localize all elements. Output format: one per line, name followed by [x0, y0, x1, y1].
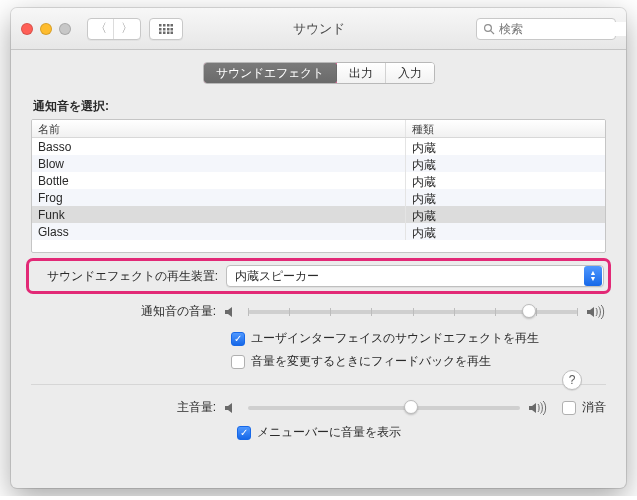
sound-preferences-window: 〈 〉 サウンド サウンドエフェクト 出力 入力 通知音を選択: 名前 種類	[11, 8, 626, 488]
minimize-window-button[interactable]	[40, 23, 52, 35]
speaker-low-icon	[224, 305, 240, 319]
play-device-value: 内蔵スピーカー	[235, 268, 583, 285]
table-row[interactable]: Bottle内蔵	[32, 172, 605, 189]
menu-bar-volume-label: メニューバーに音量を表示	[257, 424, 401, 441]
close-window-button[interactable]	[21, 23, 33, 35]
table-body: Basso内蔵Blow内蔵Bottle内蔵Frog内蔵Funk内蔵Glass内蔵	[32, 138, 605, 240]
cell-kind: 内蔵	[405, 189, 605, 206]
alert-sound-label: 通知音を選択:	[33, 98, 606, 115]
play-device-select[interactable]: 内蔵スピーカー ▲▼	[226, 265, 604, 287]
table-row[interactable]: Funk内蔵	[32, 206, 605, 223]
cell-kind: 内蔵	[405, 155, 605, 172]
main-volume-knob[interactable]	[404, 400, 418, 414]
cell-kind: 内蔵	[405, 206, 605, 223]
main-volume-label: 主音量:	[31, 399, 216, 416]
speaker-low-icon	[224, 401, 240, 415]
titlebar: 〈 〉 サウンド	[11, 8, 626, 50]
svg-rect-10	[159, 31, 162, 34]
main-volume-track[interactable]	[248, 406, 520, 410]
svg-rect-9	[171, 28, 174, 31]
speaker-high-icon	[586, 305, 606, 319]
tab-input[interactable]: 入力	[386, 63, 434, 83]
cell-name: Bottle	[32, 172, 405, 189]
mute-label: 消音	[582, 399, 606, 416]
show-all-button[interactable]	[149, 18, 183, 40]
svg-rect-0	[159, 24, 162, 27]
speaker-high-icon	[528, 401, 548, 415]
volume-feedback-checkbox[interactable]: 音量を変更するときにフィードバックを再生	[231, 353, 606, 370]
column-name[interactable]: 名前	[32, 120, 405, 137]
mute-checkbox[interactable]: 消音	[562, 399, 606, 416]
tab-output[interactable]: 出力	[337, 63, 386, 83]
cell-name: Glass	[32, 223, 405, 240]
ui-sounds-label: ユーザインターフェイスのサウンドエフェクトを再生	[251, 330, 539, 347]
checkbox-icon	[562, 401, 576, 415]
svg-rect-6	[167, 28, 170, 31]
svg-point-14	[485, 24, 492, 31]
svg-rect-4	[159, 28, 162, 31]
table-row[interactable]: Basso内蔵	[32, 138, 605, 155]
help-icon: ?	[569, 373, 576, 387]
segmented-control: サウンドエフェクト 出力 入力	[203, 62, 435, 84]
ui-sounds-checkbox[interactable]: ✓ ユーザインターフェイスのサウンドエフェクトを再生	[231, 330, 606, 347]
window-controls	[21, 23, 71, 35]
volume-feedback-label: 音量を変更するときにフィードバックを再生	[251, 353, 491, 370]
svg-rect-5	[163, 28, 166, 31]
alert-volume-track[interactable]	[248, 310, 578, 314]
table-header: 名前 種類	[32, 120, 605, 138]
checkbox-icon: ✓	[231, 332, 245, 346]
zoom-window-button[interactable]	[59, 23, 71, 35]
device-label: サウンドエフェクトの再生装置:	[33, 268, 218, 285]
tab-sound-effects[interactable]: サウンドエフェクト	[204, 63, 337, 83]
search-input[interactable]	[499, 22, 626, 36]
alert-volume-slider[interactable]	[224, 305, 606, 319]
help-button[interactable]: ?	[562, 370, 582, 390]
alert-volume-label: 通知音の音量:	[31, 303, 216, 320]
content-area: サウンドエフェクト 出力 入力 通知音を選択: 名前 種類 Basso内蔵Blo…	[11, 50, 626, 488]
cell-kind: 内蔵	[405, 172, 605, 189]
table-row[interactable]: Glass内蔵	[32, 223, 605, 240]
chevron-left-icon: 〈	[95, 20, 107, 37]
search-field[interactable]	[476, 18, 616, 40]
tab-bar: サウンドエフェクト 出力 入力	[31, 62, 606, 84]
column-kind[interactable]: 種類	[405, 120, 605, 137]
svg-rect-11	[163, 31, 166, 34]
svg-rect-12	[167, 31, 170, 34]
main-volume-slider[interactable]	[224, 401, 548, 415]
table-row[interactable]: Frog内蔵	[32, 189, 605, 206]
svg-line-15	[491, 30, 494, 33]
svg-rect-13	[171, 31, 174, 34]
svg-rect-1	[163, 24, 166, 27]
menu-bar-volume-checkbox[interactable]: ✓ メニューバーに音量を表示	[237, 424, 401, 441]
cell-name: Blow	[32, 155, 405, 172]
svg-rect-2	[167, 24, 170, 27]
checkbox-icon	[231, 355, 245, 369]
checkbox-icon: ✓	[237, 426, 251, 440]
cell-kind: 内蔵	[405, 138, 605, 155]
forward-button[interactable]: 〉	[114, 19, 140, 39]
search-icon	[483, 23, 495, 35]
divider	[31, 384, 606, 385]
svg-rect-8	[171, 24, 174, 27]
table-row[interactable]: Blow内蔵	[32, 155, 605, 172]
cell-kind: 内蔵	[405, 223, 605, 240]
alert-sound-table[interactable]: 名前 種類 Basso内蔵Blow内蔵Bottle内蔵Frog内蔵Funk内蔵G…	[31, 119, 606, 253]
cell-name: Basso	[32, 138, 405, 155]
cell-name: Frog	[32, 189, 405, 206]
back-button[interactable]: 〈	[88, 19, 114, 39]
grid-icon	[159, 24, 173, 34]
alert-volume-knob[interactable]	[522, 304, 536, 318]
select-stepper-icon: ▲▼	[584, 266, 602, 286]
chevron-right-icon: 〉	[121, 20, 133, 37]
nav-buttons: 〈 〉	[87, 18, 141, 40]
cell-name: Funk	[32, 206, 405, 223]
